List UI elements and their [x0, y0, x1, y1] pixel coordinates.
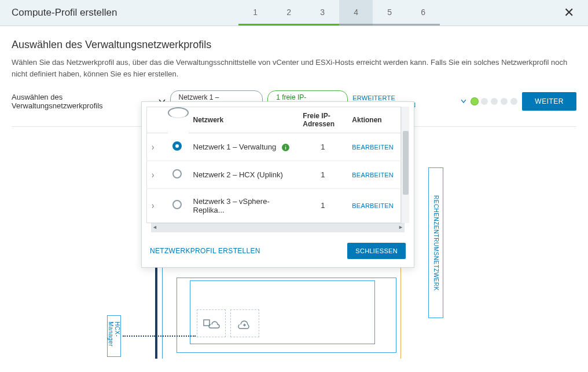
step-4[interactable]: 4: [339, 0, 373, 25]
hcx-manager-box: HCX-Manager: [107, 315, 121, 357]
create-network-profile-link[interactable]: NETZWERKPROFIL ERSTELLEN: [150, 247, 260, 255]
network-name: Netzwerk 1 – Verwaltung: [193, 143, 277, 151]
progress-dot-4: [501, 98, 508, 105]
col-expand: [147, 107, 168, 133]
col-free-ips: Freie IP-Adressen: [298, 107, 347, 133]
network-dropdown-popup: Netzwerk Freie IP-Adressen Aktionen › Ne…: [141, 101, 414, 268]
edit-link[interactable]: BEARBEITEN: [352, 144, 394, 151]
scroll-thumb[interactable]: [403, 131, 409, 195]
section-description: Wählen Sie das Netzwerkprofil aus, über …: [12, 57, 576, 80]
diagram-connector-right: [156, 335, 196, 337]
table-row: › Netzwerk 3 – vSphere-Replika... 1 BEAR…: [147, 188, 401, 223]
free-ip-cell: 1: [298, 133, 347, 161]
datacenter-network-box: RECHENZENTRUMSNETZWERK: [428, 167, 443, 318]
svg-rect-0: [204, 320, 210, 326]
close-popup-button[interactable]: SCHLIESSEN: [347, 243, 406, 259]
horizontal-scrollbar[interactable]: [151, 223, 405, 232]
network-name-cell: Netzwerk 2 – HCX (Uplink): [189, 161, 299, 188]
progress-dot-2: [481, 98, 488, 105]
table-row: › Netzwerk 1 – Verwaltung i 1 BEARBEITEN: [147, 133, 401, 161]
edit-link[interactable]: BEARBEITEN: [352, 202, 394, 209]
compute-cloud-icon: [197, 309, 226, 337]
info-icon[interactable]: i: [282, 144, 289, 151]
section-title: Auswählen des Verwaltungsnetzwerkprofils: [12, 39, 576, 51]
network-profile-label: Auswählen des Verwaltungsnetzwerkprofils: [12, 93, 154, 110]
col-select: [168, 107, 189, 118]
network-radio-2[interactable]: [172, 169, 182, 178]
col-actions: Aktionen: [347, 107, 400, 133]
network-radio-3[interactable]: [172, 200, 182, 209]
wizard-title: Compute-Profil erstellen: [12, 7, 117, 19]
network-name: Netzwerk 3 – vSphere-Replika...: [193, 197, 270, 214]
step-1[interactable]: 1: [238, 0, 272, 25]
expand-caret-icon[interactable]: ›: [152, 141, 154, 152]
step-6[interactable]: 6: [406, 0, 440, 25]
free-ip-cell: 1: [298, 188, 347, 223]
diagram-connector-left: [123, 335, 155, 337]
expand-caret-icon[interactable]: ›: [152, 200, 154, 211]
network-name: Netzwerk 2 – HCX (Uplink): [193, 170, 283, 179]
free-ip-cell: 1: [298, 161, 347, 188]
cloud-migrate-icon: [230, 309, 259, 337]
step-5[interactable]: 5: [373, 0, 406, 25]
step-tabs: 1 2 3 4 5 6: [238, 0, 440, 25]
progress-dot-3: [491, 98, 498, 105]
close-icon[interactable]: ✕: [561, 3, 576, 23]
progress-dot-5: [510, 98, 517, 105]
step-3[interactable]: 3: [306, 0, 339, 25]
popup-footer: NETZWERKPROFIL ERSTELLEN SCHLIESSEN: [142, 237, 414, 267]
network-radio-1[interactable]: [172, 141, 182, 151]
edit-link[interactable]: BEARBEITEN: [352, 172, 394, 178]
network-name-cell: Netzwerk 3 – vSphere-Replika...: [189, 188, 299, 223]
wizard-header: Compute-Profil erstellen 1 2 3 4 5 6 ✕: [0, 0, 588, 26]
chevron-down-icon: [461, 99, 466, 104]
network-name-cell: Netzwerk 1 – Verwaltung i: [189, 133, 299, 161]
step-2[interactable]: 2: [272, 0, 306, 25]
progress-dot-1: [471, 98, 478, 105]
expand-caret-icon[interactable]: ›: [152, 169, 154, 180]
table-row: › Netzwerk 2 – HCX (Uplink) 1 BEARBEITEN: [147, 161, 401, 188]
vertical-scrollbar[interactable]: [401, 107, 409, 223]
network-table-wrap: Netzwerk Freie IP-Adressen Aktionen › Ne…: [142, 102, 414, 232]
col-network: Netzwerk: [189, 107, 299, 133]
continue-button[interactable]: WEITER: [522, 92, 576, 111]
network-table: Netzwerk Freie IP-Adressen Aktionen › Ne…: [146, 107, 401, 223]
progress-dots: [471, 98, 517, 105]
